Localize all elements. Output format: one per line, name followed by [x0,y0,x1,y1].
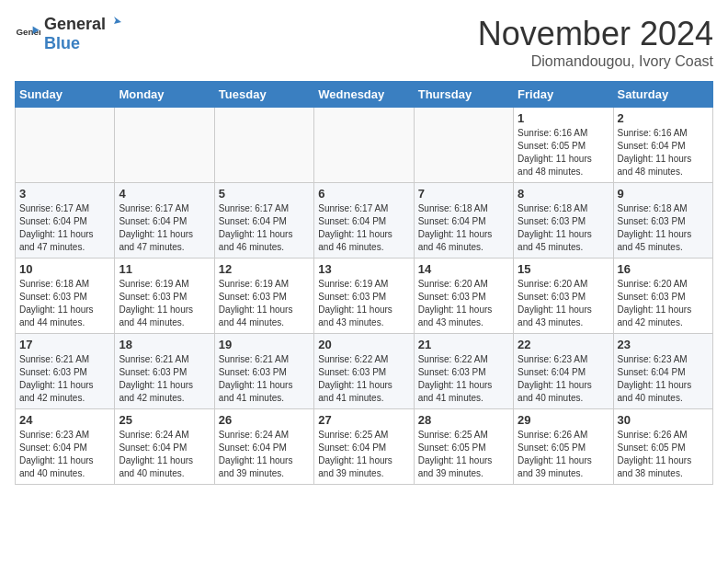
calendar-cell [115,108,214,183]
day-number: 5 [219,187,310,201]
day-info: Sunrise: 6:17 AM Sunset: 6:04 PM Dayligh… [219,202,310,254]
calendar-cell: 13Sunrise: 6:19 AM Sunset: 6:03 PM Dayli… [314,259,414,334]
calendar-cell: 8Sunrise: 6:18 AM Sunset: 6:03 PM Daylig… [514,183,613,259]
day-info: Sunrise: 6:19 AM Sunset: 6:03 PM Dayligh… [219,278,310,329]
weekday-header-sunday: Sunday [16,82,115,108]
day-info: Sunrise: 6:26 AM Sunset: 6:05 PM Dayligh… [618,429,709,480]
calendar-cell: 30Sunrise: 6:26 AM Sunset: 6:05 PM Dayli… [613,409,712,485]
logo-icon: General [15,21,40,47]
calendar-cell: 9Sunrise: 6:18 AM Sunset: 6:03 PM Daylig… [613,183,712,259]
day-info: Sunrise: 6:22 AM Sunset: 6:03 PM Dayligh… [418,353,509,405]
calendar-cell: 22Sunrise: 6:23 AM Sunset: 6:04 PM Dayli… [514,334,613,409]
day-number: 6 [318,187,409,201]
calendar-cell [414,108,513,183]
day-number: 19 [219,338,310,351]
day-number: 20 [318,338,409,351]
calendar-cell: 3Sunrise: 6:17 AM Sunset: 6:04 PM Daylig… [16,183,115,259]
day-number: 15 [518,262,609,276]
day-info: Sunrise: 6:16 AM Sunset: 6:05 PM Dayligh… [518,127,609,178]
logo-bird-icon [107,15,121,29]
calendar-cell: 28Sunrise: 6:25 AM Sunset: 6:05 PM Dayli… [414,409,513,485]
day-info: Sunrise: 6:20 AM Sunset: 6:03 PM Dayligh… [418,278,509,329]
day-number: 28 [418,413,509,427]
calendar-cell: 21Sunrise: 6:22 AM Sunset: 6:03 PM Dayli… [414,334,513,409]
day-info: Sunrise: 6:18 AM Sunset: 6:03 PM Dayligh… [19,278,110,329]
day-number: 4 [119,187,210,201]
day-info: Sunrise: 6:17 AM Sunset: 6:04 PM Dayligh… [119,202,210,254]
calendar-cell: 18Sunrise: 6:21 AM Sunset: 6:03 PM Dayli… [115,334,214,409]
weekday-header-wednesday: Wednesday [314,82,414,108]
day-info: Sunrise: 6:18 AM Sunset: 6:04 PM Dayligh… [418,202,509,254]
calendar-cell: 27Sunrise: 6:25 AM Sunset: 6:04 PM Dayli… [314,409,414,485]
weekday-header-row: SundayMondayTuesdayWednesdayThursdayFrid… [16,82,713,108]
calendar-cell: 20Sunrise: 6:22 AM Sunset: 6:03 PM Dayli… [314,334,414,409]
day-number: 9 [618,187,709,201]
week-row-0: 1Sunrise: 6:16 AM Sunset: 6:05 PM Daylig… [16,108,713,183]
day-number: 17 [19,338,110,351]
calendar-cell: 1Sunrise: 6:16 AM Sunset: 6:05 PM Daylig… [514,108,613,183]
day-info: Sunrise: 6:17 AM Sunset: 6:04 PM Dayligh… [318,202,409,254]
day-number: 2 [618,111,709,125]
day-info: Sunrise: 6:23 AM Sunset: 6:04 PM Dayligh… [518,353,609,405]
calendar-cell: 29Sunrise: 6:26 AM Sunset: 6:05 PM Dayli… [514,409,613,485]
month-title: November 2024 [478,15,713,53]
day-info: Sunrise: 6:20 AM Sunset: 6:03 PM Dayligh… [518,278,609,329]
day-number: 8 [518,187,609,201]
day-info: Sunrise: 6:23 AM Sunset: 6:04 PM Dayligh… [19,429,110,480]
day-info: Sunrise: 6:25 AM Sunset: 6:04 PM Dayligh… [318,429,409,480]
day-number: 30 [618,413,709,427]
day-number: 18 [119,338,210,351]
day-number: 10 [19,262,110,276]
day-info: Sunrise: 6:18 AM Sunset: 6:03 PM Dayligh… [618,202,709,254]
calendar-cell: 15Sunrise: 6:20 AM Sunset: 6:03 PM Dayli… [514,259,613,334]
calendar-cell: 25Sunrise: 6:24 AM Sunset: 6:04 PM Dayli… [115,409,214,485]
day-info: Sunrise: 6:19 AM Sunset: 6:03 PM Dayligh… [318,278,409,329]
calendar-cell: 26Sunrise: 6:24 AM Sunset: 6:04 PM Dayli… [214,409,313,485]
logo-blue: Blue [44,34,80,52]
day-number: 25 [119,413,210,427]
weekday-header-monday: Monday [115,82,214,108]
day-info: Sunrise: 6:24 AM Sunset: 6:04 PM Dayligh… [119,429,210,480]
calendar-cell: 19Sunrise: 6:21 AM Sunset: 6:03 PM Dayli… [214,334,313,409]
day-number: 3 [19,187,110,201]
week-row-3: 17Sunrise: 6:21 AM Sunset: 6:03 PM Dayli… [16,334,713,409]
logo: General General Blue [15,15,122,53]
weekday-header-thursday: Thursday [414,82,513,108]
day-info: Sunrise: 6:21 AM Sunset: 6:03 PM Dayligh… [119,353,210,405]
day-number: 7 [418,187,509,201]
calendar-cell: 2Sunrise: 6:16 AM Sunset: 6:04 PM Daylig… [613,108,712,183]
title-area: November 2024 Diomandougou, Ivory Coast [478,15,713,70]
calendar-cell: 7Sunrise: 6:18 AM Sunset: 6:04 PM Daylig… [414,183,513,259]
weekday-header-tuesday: Tuesday [214,82,313,108]
calendar-cell: 24Sunrise: 6:23 AM Sunset: 6:04 PM Dayli… [16,409,115,485]
week-row-1: 3Sunrise: 6:17 AM Sunset: 6:04 PM Daylig… [16,183,713,259]
day-number: 27 [318,413,409,427]
calendar-cell: 4Sunrise: 6:17 AM Sunset: 6:04 PM Daylig… [115,183,214,259]
week-row-2: 10Sunrise: 6:18 AM Sunset: 6:03 PM Dayli… [16,259,713,334]
calendar-cell [314,108,414,183]
day-info: Sunrise: 6:19 AM Sunset: 6:03 PM Dayligh… [119,278,210,329]
calendar-cell: 6Sunrise: 6:17 AM Sunset: 6:04 PM Daylig… [314,183,414,259]
weekday-header-saturday: Saturday [613,82,712,108]
day-info: Sunrise: 6:24 AM Sunset: 6:04 PM Dayligh… [219,429,310,480]
day-info: Sunrise: 6:26 AM Sunset: 6:05 PM Dayligh… [518,429,609,480]
calendar-body: 1Sunrise: 6:16 AM Sunset: 6:05 PM Daylig… [16,108,713,485]
calendar-cell: 16Sunrise: 6:20 AM Sunset: 6:03 PM Dayli… [613,259,712,334]
day-info: Sunrise: 6:20 AM Sunset: 6:03 PM Dayligh… [618,278,709,329]
calendar-cell: 17Sunrise: 6:21 AM Sunset: 6:03 PM Dayli… [16,334,115,409]
day-number: 22 [518,338,609,351]
svg-marker-2 [114,17,121,24]
day-info: Sunrise: 6:21 AM Sunset: 6:03 PM Dayligh… [219,353,310,405]
week-row-4: 24Sunrise: 6:23 AM Sunset: 6:04 PM Dayli… [16,409,713,485]
day-number: 23 [618,338,709,351]
day-number: 11 [119,262,210,276]
day-info: Sunrise: 6:18 AM Sunset: 6:03 PM Dayligh… [518,202,609,254]
day-number: 12 [219,262,310,276]
calendar-table: SundayMondayTuesdayWednesdayThursdayFrid… [15,81,713,485]
svg-text:General: General [16,27,40,37]
day-info: Sunrise: 6:16 AM Sunset: 6:04 PM Dayligh… [618,127,709,178]
day-number: 29 [518,413,609,427]
day-info: Sunrise: 6:23 AM Sunset: 6:04 PM Dayligh… [618,353,709,405]
calendar-cell: 11Sunrise: 6:19 AM Sunset: 6:03 PM Dayli… [115,259,214,334]
weekday-header-friday: Friday [514,82,613,108]
